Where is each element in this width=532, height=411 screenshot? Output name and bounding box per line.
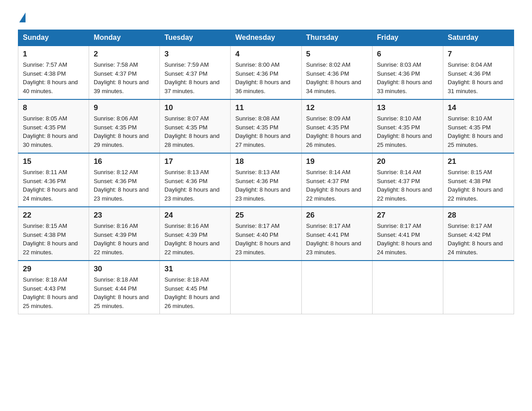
day-info: Sunrise: 8:18 AMSunset: 4:44 PMDaylight:…: [94, 276, 149, 309]
day-number: 12: [306, 103, 368, 112]
day-number: 24: [164, 211, 226, 220]
calendar-week-row: 1 Sunrise: 7:57 AMSunset: 4:38 PMDayligh…: [18, 46, 514, 99]
calendar-cell: 13 Sunrise: 8:10 AMSunset: 4:35 PMDaylig…: [372, 99, 443, 153]
calendar-cell: 20 Sunrise: 8:14 AMSunset: 4:37 PMDaylig…: [372, 153, 443, 207]
day-info: Sunrise: 8:03 AMSunset: 4:36 PMDaylight:…: [377, 61, 432, 94]
logo: [18, 13, 26, 21]
calendar-cell: 11 Sunrise: 8:08 AMSunset: 4:35 PMDaylig…: [231, 99, 301, 153]
column-header-wednesday: Wednesday: [231, 30, 301, 46]
calendar-week-row: 15 Sunrise: 8:11 AMSunset: 4:36 PMDaylig…: [18, 153, 514, 207]
calendar-cell: 5 Sunrise: 8:02 AMSunset: 4:36 PMDayligh…: [301, 46, 372, 99]
day-number: 5: [306, 50, 368, 59]
calendar-cell: 31 Sunrise: 8:18 AMSunset: 4:45 PMDaylig…: [160, 261, 231, 314]
day-number: 31: [164, 265, 226, 274]
day-number: 25: [235, 211, 296, 220]
page-header: [18, 13, 514, 21]
logo-triangle-icon: [19, 13, 26, 22]
column-header-friday: Friday: [372, 30, 443, 46]
calendar-cell: 26 Sunrise: 8:17 AMSunset: 4:41 PMDaylig…: [301, 207, 372, 261]
day-number: 22: [23, 211, 84, 220]
day-number: 20: [377, 157, 438, 166]
calendar-cell: 27 Sunrise: 8:17 AMSunset: 4:41 PMDaylig…: [372, 207, 443, 261]
day-info: Sunrise: 8:17 AMSunset: 4:41 PMDaylight:…: [377, 223, 432, 256]
column-header-saturday: Saturday: [443, 30, 514, 46]
day-number: 4: [235, 50, 296, 59]
day-info: Sunrise: 8:02 AMSunset: 4:36 PMDaylight:…: [306, 61, 361, 94]
day-info: Sunrise: 8:06 AMSunset: 4:35 PMDaylight:…: [94, 115, 149, 148]
calendar-week-row: 29 Sunrise: 8:18 AMSunset: 4:43 PMDaylig…: [18, 261, 514, 314]
day-number: 26: [306, 211, 368, 220]
day-number: 29: [23, 265, 84, 274]
day-number: 11: [235, 103, 296, 112]
calendar-cell: 15 Sunrise: 8:11 AMSunset: 4:36 PMDaylig…: [18, 153, 89, 207]
calendar-cell: 8 Sunrise: 8:05 AMSunset: 4:35 PMDayligh…: [18, 99, 89, 153]
day-info: Sunrise: 7:59 AMSunset: 4:37 PMDaylight:…: [164, 61, 219, 94]
calendar-cell: 16 Sunrise: 8:12 AMSunset: 4:36 PMDaylig…: [89, 153, 160, 207]
calendar-cell: 9 Sunrise: 8:06 AMSunset: 4:35 PMDayligh…: [89, 99, 160, 153]
day-number: 3: [164, 50, 226, 59]
day-info: Sunrise: 8:05 AMSunset: 4:35 PMDaylight:…: [23, 115, 78, 148]
calendar-week-row: 8 Sunrise: 8:05 AMSunset: 4:35 PMDayligh…: [18, 99, 514, 153]
day-number: 19: [306, 157, 368, 166]
calendar-cell: 21 Sunrise: 8:15 AMSunset: 4:38 PMDaylig…: [443, 153, 514, 207]
day-info: Sunrise: 8:15 AMSunset: 4:38 PMDaylight:…: [448, 169, 503, 202]
calendar-cell: 30 Sunrise: 8:18 AMSunset: 4:44 PMDaylig…: [89, 261, 160, 314]
calendar-cell: 4 Sunrise: 8:00 AMSunset: 4:36 PMDayligh…: [231, 46, 301, 99]
calendar-week-row: 22 Sunrise: 8:15 AMSunset: 4:38 PMDaylig…: [18, 207, 514, 261]
column-header-thursday: Thursday: [301, 30, 372, 46]
day-info: Sunrise: 8:08 AMSunset: 4:35 PMDaylight:…: [235, 115, 290, 148]
day-info: Sunrise: 8:00 AMSunset: 4:36 PMDaylight:…: [235, 61, 290, 94]
day-number: 27: [377, 211, 438, 220]
day-info: Sunrise: 8:17 AMSunset: 4:41 PMDaylight:…: [306, 223, 361, 256]
day-number: 9: [94, 103, 155, 112]
calendar-cell: [301, 261, 372, 314]
calendar-header-row: SundayMondayTuesdayWednesdayThursdayFrid…: [18, 30, 514, 46]
calendar-table: SundayMondayTuesdayWednesdayThursdayFrid…: [18, 30, 514, 314]
day-info: Sunrise: 8:12 AMSunset: 4:36 PMDaylight:…: [94, 169, 149, 202]
calendar-cell: 24 Sunrise: 8:16 AMSunset: 4:39 PMDaylig…: [160, 207, 231, 261]
day-number: 21: [448, 157, 509, 166]
day-info: Sunrise: 8:11 AMSunset: 4:36 PMDaylight:…: [23, 169, 78, 202]
day-info: Sunrise: 7:57 AMSunset: 4:38 PMDaylight:…: [23, 61, 78, 94]
day-number: 6: [377, 50, 438, 59]
day-info: Sunrise: 8:10 AMSunset: 4:35 PMDaylight:…: [448, 115, 503, 148]
calendar-cell: 23 Sunrise: 8:16 AMSunset: 4:39 PMDaylig…: [89, 207, 160, 261]
calendar-cell: 10 Sunrise: 8:07 AMSunset: 4:35 PMDaylig…: [160, 99, 231, 153]
day-info: Sunrise: 8:04 AMSunset: 4:36 PMDaylight:…: [448, 61, 503, 94]
day-number: 28: [448, 211, 509, 220]
day-number: 18: [235, 157, 296, 166]
calendar-cell: 19 Sunrise: 8:14 AMSunset: 4:37 PMDaylig…: [301, 153, 372, 207]
day-info: Sunrise: 8:13 AMSunset: 4:36 PMDaylight:…: [164, 169, 219, 202]
column-header-tuesday: Tuesday: [160, 30, 231, 46]
day-info: Sunrise: 8:17 AMSunset: 4:42 PMDaylight:…: [448, 223, 503, 256]
day-number: 30: [94, 265, 155, 274]
calendar-cell: 25 Sunrise: 8:17 AMSunset: 4:40 PMDaylig…: [231, 207, 301, 261]
day-number: 2: [94, 50, 155, 59]
day-info: Sunrise: 8:18 AMSunset: 4:43 PMDaylight:…: [23, 276, 78, 309]
day-info: Sunrise: 8:09 AMSunset: 4:35 PMDaylight:…: [306, 115, 361, 148]
calendar-cell: [372, 261, 443, 314]
calendar-cell: 22 Sunrise: 8:15 AMSunset: 4:38 PMDaylig…: [18, 207, 89, 261]
calendar-cell: 6 Sunrise: 8:03 AMSunset: 4:36 PMDayligh…: [372, 46, 443, 99]
day-number: 1: [23, 50, 84, 59]
calendar-cell: 18 Sunrise: 8:13 AMSunset: 4:36 PMDaylig…: [231, 153, 301, 207]
calendar-cell: 29 Sunrise: 8:18 AMSunset: 4:43 PMDaylig…: [18, 261, 89, 314]
day-info: Sunrise: 8:18 AMSunset: 4:45 PMDaylight:…: [164, 276, 219, 309]
calendar-cell: 12 Sunrise: 8:09 AMSunset: 4:35 PMDaylig…: [301, 99, 372, 153]
day-info: Sunrise: 8:14 AMSunset: 4:37 PMDaylight:…: [377, 169, 432, 202]
day-info: Sunrise: 8:07 AMSunset: 4:35 PMDaylight:…: [164, 115, 219, 148]
day-number: 13: [377, 103, 438, 112]
calendar-cell: 17 Sunrise: 8:13 AMSunset: 4:36 PMDaylig…: [160, 153, 231, 207]
day-number: 23: [94, 211, 155, 220]
calendar-cell: 7 Sunrise: 8:04 AMSunset: 4:36 PMDayligh…: [443, 46, 514, 99]
calendar-cell: [231, 261, 301, 314]
calendar-cell: 3 Sunrise: 7:59 AMSunset: 4:37 PMDayligh…: [160, 46, 231, 99]
day-number: 17: [164, 157, 226, 166]
day-info: Sunrise: 8:13 AMSunset: 4:36 PMDaylight:…: [235, 169, 290, 202]
calendar-cell: [443, 261, 514, 314]
day-number: 15: [23, 157, 84, 166]
day-number: 16: [94, 157, 155, 166]
calendar-cell: 1 Sunrise: 7:57 AMSunset: 4:38 PMDayligh…: [18, 46, 89, 99]
day-info: Sunrise: 7:58 AMSunset: 4:37 PMDaylight:…: [94, 61, 149, 94]
day-number: 8: [23, 103, 84, 112]
